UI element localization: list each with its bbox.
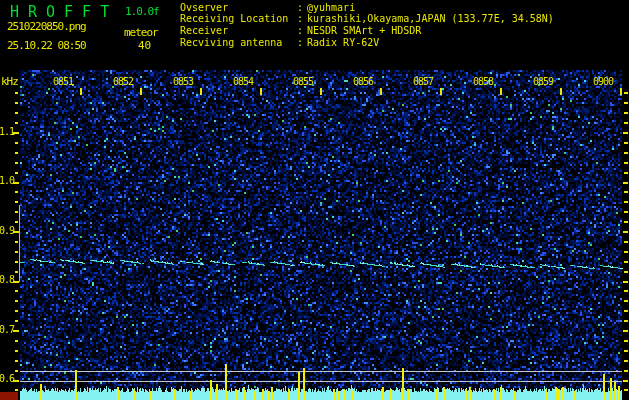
x-tick-label: 0859 [533, 76, 553, 87]
y-tick-label: 0.9 [0, 225, 14, 236]
colon-separator: : [297, 13, 307, 24]
x-tick-label: 0854 [233, 76, 253, 87]
spectrogram-canvas [0, 0, 629, 400]
info-value: NESDR SMArt + HDSDR [307, 25, 421, 36]
info-label: Recviving antenna [180, 37, 297, 48]
x-tick-label: 0851 [53, 76, 73, 87]
x-tick-label: 0858 [473, 76, 493, 87]
info-row-antenna: Recviving antenna:Radix RY-62V [180, 37, 379, 48]
colon-separator: : [297, 2, 307, 13]
x-tick-label: 0857 [413, 76, 433, 87]
y-tick-label: 1.1 [0, 126, 14, 137]
hrofft-output-window: HROFFT 1.0.0f 2510220850.png meteor 25.1… [0, 0, 629, 400]
info-value: Radix RY-62V [307, 37, 379, 48]
x-tick-label: 0856 [353, 76, 373, 87]
info-value: kurashiki,Okayama,JAPAN (133.77E, 34.58N… [307, 13, 554, 24]
colon-separator: : [297, 37, 307, 48]
observation-mode: meteor [124, 26, 158, 39]
app-title: HROFFT [10, 3, 118, 21]
x-tick-label: 0900 [593, 76, 613, 87]
info-label: Receiver [180, 25, 297, 36]
info-row-observer: Ovserver:@yuhmari [180, 2, 355, 13]
colon-separator: : [297, 25, 307, 36]
x-tick-label: 0852 [113, 76, 133, 87]
info-value: @yuhmari [307, 2, 355, 13]
y-tick-label: 0.7 [0, 324, 14, 335]
output-filename: 2510220850.png [7, 20, 86, 33]
y-axis-unit-label: kHz [1, 75, 18, 88]
x-tick-label: 0855 [293, 76, 313, 87]
y-tick-label: 0.6 [0, 373, 14, 384]
observation-datetime: 25.10.22 08:50 [7, 39, 86, 52]
app-version: 1.0.0f [125, 5, 159, 18]
info-label: Receiving Location [180, 13, 297, 24]
echo-count: 40 [138, 39, 151, 52]
y-tick-label: 0.8 [0, 274, 14, 285]
info-row-receiver: Receiver:NESDR SMArt + HDSDR [180, 25, 421, 36]
info-row-location: Receiving Location:kurashiki,Okayama,JAP… [180, 13, 554, 24]
info-label: Ovserver [180, 2, 297, 13]
y-tick-label: 1.0 [0, 175, 14, 186]
x-tick-label: 0853 [173, 76, 193, 87]
